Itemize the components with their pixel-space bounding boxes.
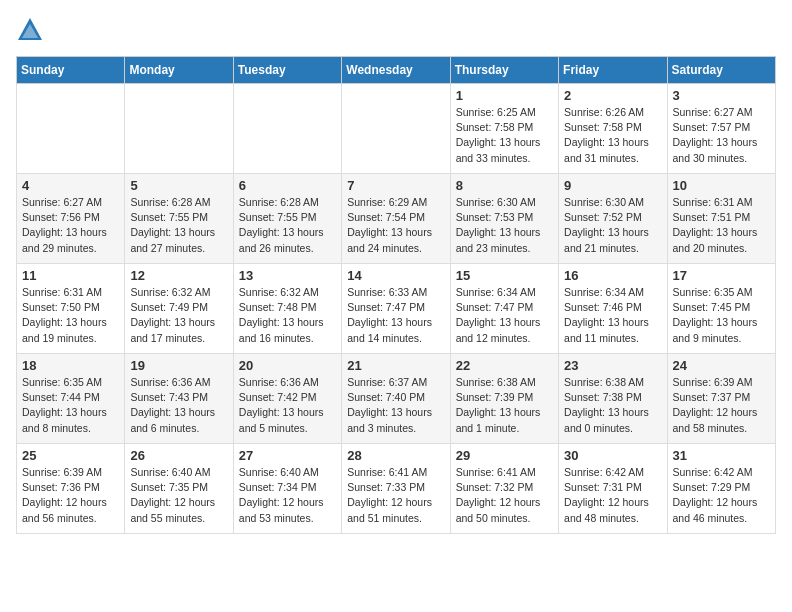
day-info: Sunrise: 6:29 AM Sunset: 7:54 PM Dayligh… xyxy=(347,195,444,256)
day-number: 17 xyxy=(673,268,770,283)
day-number: 31 xyxy=(673,448,770,463)
calendar-cell: 19Sunrise: 6:36 AM Sunset: 7:43 PM Dayli… xyxy=(125,354,233,444)
calendar-cell: 31Sunrise: 6:42 AM Sunset: 7:29 PM Dayli… xyxy=(667,444,775,534)
calendar-cell: 10Sunrise: 6:31 AM Sunset: 7:51 PM Dayli… xyxy=(667,174,775,264)
calendar-cell: 4Sunrise: 6:27 AM Sunset: 7:56 PM Daylig… xyxy=(17,174,125,264)
calendar-cell xyxy=(342,84,450,174)
week-row-3: 11Sunrise: 6:31 AM Sunset: 7:50 PM Dayli… xyxy=(17,264,776,354)
calendar-cell: 16Sunrise: 6:34 AM Sunset: 7:46 PM Dayli… xyxy=(559,264,667,354)
calendar-cell: 23Sunrise: 6:38 AM Sunset: 7:38 PM Dayli… xyxy=(559,354,667,444)
calendar-cell: 8Sunrise: 6:30 AM Sunset: 7:53 PM Daylig… xyxy=(450,174,558,264)
day-number: 28 xyxy=(347,448,444,463)
week-row-5: 25Sunrise: 6:39 AM Sunset: 7:36 PM Dayli… xyxy=(17,444,776,534)
day-info: Sunrise: 6:28 AM Sunset: 7:55 PM Dayligh… xyxy=(239,195,336,256)
day-info: Sunrise: 6:38 AM Sunset: 7:38 PM Dayligh… xyxy=(564,375,661,436)
day-info: Sunrise: 6:33 AM Sunset: 7:47 PM Dayligh… xyxy=(347,285,444,346)
weekday-header-friday: Friday xyxy=(559,57,667,84)
calendar-cell: 7Sunrise: 6:29 AM Sunset: 7:54 PM Daylig… xyxy=(342,174,450,264)
calendar-cell: 26Sunrise: 6:40 AM Sunset: 7:35 PM Dayli… xyxy=(125,444,233,534)
calendar-cell: 18Sunrise: 6:35 AM Sunset: 7:44 PM Dayli… xyxy=(17,354,125,444)
day-info: Sunrise: 6:38 AM Sunset: 7:39 PM Dayligh… xyxy=(456,375,553,436)
calendar-cell: 1Sunrise: 6:25 AM Sunset: 7:58 PM Daylig… xyxy=(450,84,558,174)
day-info: Sunrise: 6:40 AM Sunset: 7:34 PM Dayligh… xyxy=(239,465,336,526)
day-info: Sunrise: 6:34 AM Sunset: 7:46 PM Dayligh… xyxy=(564,285,661,346)
day-number: 8 xyxy=(456,178,553,193)
calendar-cell: 17Sunrise: 6:35 AM Sunset: 7:45 PM Dayli… xyxy=(667,264,775,354)
calendar-cell: 9Sunrise: 6:30 AM Sunset: 7:52 PM Daylig… xyxy=(559,174,667,264)
day-info: Sunrise: 6:26 AM Sunset: 7:58 PM Dayligh… xyxy=(564,105,661,166)
weekday-header-saturday: Saturday xyxy=(667,57,775,84)
calendar-cell: 30Sunrise: 6:42 AM Sunset: 7:31 PM Dayli… xyxy=(559,444,667,534)
day-number: 18 xyxy=(22,358,119,373)
day-info: Sunrise: 6:35 AM Sunset: 7:44 PM Dayligh… xyxy=(22,375,119,436)
calendar-cell: 15Sunrise: 6:34 AM Sunset: 7:47 PM Dayli… xyxy=(450,264,558,354)
day-number: 22 xyxy=(456,358,553,373)
day-number: 12 xyxy=(130,268,227,283)
day-number: 15 xyxy=(456,268,553,283)
calendar-cell xyxy=(17,84,125,174)
calendar-cell: 3Sunrise: 6:27 AM Sunset: 7:57 PM Daylig… xyxy=(667,84,775,174)
day-number: 25 xyxy=(22,448,119,463)
day-number: 24 xyxy=(673,358,770,373)
calendar-cell: 25Sunrise: 6:39 AM Sunset: 7:36 PM Dayli… xyxy=(17,444,125,534)
calendar-cell: 12Sunrise: 6:32 AM Sunset: 7:49 PM Dayli… xyxy=(125,264,233,354)
day-number: 6 xyxy=(239,178,336,193)
day-info: Sunrise: 6:41 AM Sunset: 7:33 PM Dayligh… xyxy=(347,465,444,526)
day-info: Sunrise: 6:30 AM Sunset: 7:52 PM Dayligh… xyxy=(564,195,661,256)
day-number: 27 xyxy=(239,448,336,463)
day-number: 5 xyxy=(130,178,227,193)
day-info: Sunrise: 6:31 AM Sunset: 7:50 PM Dayligh… xyxy=(22,285,119,346)
weekday-header-thursday: Thursday xyxy=(450,57,558,84)
day-info: Sunrise: 6:36 AM Sunset: 7:43 PM Dayligh… xyxy=(130,375,227,436)
day-info: Sunrise: 6:32 AM Sunset: 7:48 PM Dayligh… xyxy=(239,285,336,346)
day-info: Sunrise: 6:40 AM Sunset: 7:35 PM Dayligh… xyxy=(130,465,227,526)
weekday-header-monday: Monday xyxy=(125,57,233,84)
day-info: Sunrise: 6:35 AM Sunset: 7:45 PM Dayligh… xyxy=(673,285,770,346)
day-info: Sunrise: 6:32 AM Sunset: 7:49 PM Dayligh… xyxy=(130,285,227,346)
week-row-1: 1Sunrise: 6:25 AM Sunset: 7:58 PM Daylig… xyxy=(17,84,776,174)
calendar-cell: 28Sunrise: 6:41 AM Sunset: 7:33 PM Dayli… xyxy=(342,444,450,534)
day-number: 21 xyxy=(347,358,444,373)
day-number: 16 xyxy=(564,268,661,283)
week-row-4: 18Sunrise: 6:35 AM Sunset: 7:44 PM Dayli… xyxy=(17,354,776,444)
day-info: Sunrise: 6:37 AM Sunset: 7:40 PM Dayligh… xyxy=(347,375,444,436)
day-number: 9 xyxy=(564,178,661,193)
calendar-cell: 11Sunrise: 6:31 AM Sunset: 7:50 PM Dayli… xyxy=(17,264,125,354)
calendar-cell: 24Sunrise: 6:39 AM Sunset: 7:37 PM Dayli… xyxy=(667,354,775,444)
day-number: 3 xyxy=(673,88,770,103)
day-number: 19 xyxy=(130,358,227,373)
calendar-cell: 27Sunrise: 6:40 AM Sunset: 7:34 PM Dayli… xyxy=(233,444,341,534)
day-number: 13 xyxy=(239,268,336,283)
day-number: 11 xyxy=(22,268,119,283)
day-number: 2 xyxy=(564,88,661,103)
calendar-cell: 14Sunrise: 6:33 AM Sunset: 7:47 PM Dayli… xyxy=(342,264,450,354)
day-info: Sunrise: 6:41 AM Sunset: 7:32 PM Dayligh… xyxy=(456,465,553,526)
calendar-cell: 20Sunrise: 6:36 AM Sunset: 7:42 PM Dayli… xyxy=(233,354,341,444)
day-info: Sunrise: 6:34 AM Sunset: 7:47 PM Dayligh… xyxy=(456,285,553,346)
day-number: 4 xyxy=(22,178,119,193)
calendar-cell xyxy=(125,84,233,174)
weekday-header-wednesday: Wednesday xyxy=(342,57,450,84)
logo-icon xyxy=(16,16,44,44)
day-info: Sunrise: 6:36 AM Sunset: 7:42 PM Dayligh… xyxy=(239,375,336,436)
page-header xyxy=(16,16,776,44)
day-info: Sunrise: 6:39 AM Sunset: 7:36 PM Dayligh… xyxy=(22,465,119,526)
day-info: Sunrise: 6:31 AM Sunset: 7:51 PM Dayligh… xyxy=(673,195,770,256)
day-info: Sunrise: 6:27 AM Sunset: 7:57 PM Dayligh… xyxy=(673,105,770,166)
day-info: Sunrise: 6:42 AM Sunset: 7:31 PM Dayligh… xyxy=(564,465,661,526)
day-number: 7 xyxy=(347,178,444,193)
weekday-header-sunday: Sunday xyxy=(17,57,125,84)
day-info: Sunrise: 6:28 AM Sunset: 7:55 PM Dayligh… xyxy=(130,195,227,256)
day-number: 1 xyxy=(456,88,553,103)
calendar-cell: 29Sunrise: 6:41 AM Sunset: 7:32 PM Dayli… xyxy=(450,444,558,534)
day-number: 14 xyxy=(347,268,444,283)
calendar-cell: 6Sunrise: 6:28 AM Sunset: 7:55 PM Daylig… xyxy=(233,174,341,264)
day-info: Sunrise: 6:39 AM Sunset: 7:37 PM Dayligh… xyxy=(673,375,770,436)
logo xyxy=(16,16,48,44)
calendar-cell: 2Sunrise: 6:26 AM Sunset: 7:58 PM Daylig… xyxy=(559,84,667,174)
day-number: 23 xyxy=(564,358,661,373)
day-number: 20 xyxy=(239,358,336,373)
day-number: 10 xyxy=(673,178,770,193)
day-number: 26 xyxy=(130,448,227,463)
weekday-header-row: SundayMondayTuesdayWednesdayThursdayFrid… xyxy=(17,57,776,84)
